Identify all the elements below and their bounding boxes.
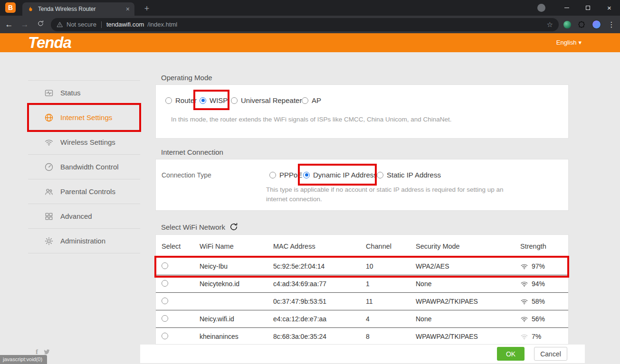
bookmark-star-icon[interactable]: ☆ bbox=[547, 20, 553, 29]
not-secure-warning-icon bbox=[57, 21, 63, 28]
sidebar-item-label: Administration bbox=[60, 237, 105, 245]
back-button[interactable]: ← bbox=[2, 20, 16, 29]
sidebar-item-status[interactable]: Status bbox=[28, 81, 140, 105]
action-footer: OK Cancel bbox=[140, 345, 585, 363]
sidebar-item-label: Wireless Settings bbox=[60, 138, 115, 146]
radio-router[interactable] bbox=[165, 97, 172, 104]
mode-option-wisp[interactable]: WISP bbox=[200, 96, 228, 104]
wifi-security: None bbox=[416, 315, 520, 323]
language-selector[interactable]: English ▾ bbox=[556, 39, 582, 46]
browser-toolbar: ← → Not secure tendawifi.com /index.html… bbox=[0, 16, 620, 33]
browser-window: B Tenda Wireless Router × + × ← → Not se… bbox=[0, 0, 620, 364]
blogger-pinned-icon[interactable]: B bbox=[5, 2, 16, 13]
close-window-button[interactable]: × bbox=[599, 0, 620, 16]
wifi-select-radio[interactable] bbox=[162, 333, 168, 339]
profile-circle-icon[interactable] bbox=[537, 4, 545, 12]
wifi-strength-icon bbox=[520, 315, 528, 323]
wifi-network-row[interactable]: Neicy.wifi.id e4:ca:12:de:e7:aa 4 None 5… bbox=[156, 310, 568, 328]
wifi-channel: 4 bbox=[366, 315, 416, 323]
internet-connection-panel: Connection Type PPPoE Dynamic IP Address… bbox=[155, 159, 569, 211]
mode-option-ap[interactable]: AP bbox=[302, 96, 321, 104]
wifi-strength-value: 97% bbox=[532, 262, 545, 270]
maximize-button[interactable] bbox=[577, 0, 599, 16]
sidebar-item-advanced[interactable]: Advanced bbox=[28, 204, 140, 229]
sidebar-item-label: Parental Controls bbox=[60, 187, 115, 196]
wifi-name: Neicytekno.id bbox=[200, 280, 273, 288]
wifi-channel: 11 bbox=[366, 298, 416, 305]
sidebar-item-internet-settings[interactable]: Internet Settings bbox=[28, 105, 140, 130]
mode-option-universal-repeater[interactable]: Universal Repeater bbox=[231, 96, 302, 104]
sidebar-item-wireless-settings[interactable]: Wireless Settings bbox=[28, 130, 140, 155]
wifi-select-radio[interactable] bbox=[162, 280, 168, 287]
operating-mode-panel: Router WISP Universal Repeater AP In thi… bbox=[155, 84, 569, 139]
wifi-network-row[interactable]: Neicy-Ibu 5c:92:5e:2f:04:14 10 WPA2/AES … bbox=[156, 258, 568, 275]
wifi-security: None bbox=[416, 280, 520, 288]
reload-button[interactable] bbox=[34, 20, 47, 29]
minimize-button[interactable] bbox=[556, 0, 577, 16]
new-tab-button[interactable]: + bbox=[141, 3, 153, 14]
cancel-button[interactable]: Cancel bbox=[534, 347, 567, 361]
col-wifi-name: WiFi Name bbox=[200, 243, 273, 250]
radio-ap[interactable] bbox=[302, 97, 308, 104]
language-label: English bbox=[556, 39, 577, 46]
sidebar-item-bandwidth-control[interactable]: Bandwidth Control bbox=[28, 155, 140, 179]
sidebar-item-administration[interactable]: Administration bbox=[28, 229, 140, 253]
wifi-list-title: Select WiFi Network bbox=[161, 223, 225, 231]
wifi-network-row[interactable]: kheinaninces 8c:68:3a:0e:35:24 8 WPAWPA2… bbox=[156, 328, 568, 345]
sidebar-item-label: Internet Settings bbox=[60, 113, 112, 121]
people-icon bbox=[44, 187, 54, 196]
col-mac-address: MAC Address bbox=[273, 243, 366, 250]
wifi-list-header: Select WiFi Network bbox=[161, 222, 238, 232]
operating-mode-title: Operating Mode bbox=[161, 74, 212, 82]
profile-avatar[interactable] bbox=[592, 20, 601, 29]
conn-option-static-ip[interactable]: Static IP Address bbox=[377, 171, 441, 179]
wifi-channel: 8 bbox=[366, 333, 416, 340]
radio-pppoe[interactable] bbox=[269, 172, 276, 178]
wifi-network-row[interactable]: Neicytekno.id c4:ad:34:69:aa:77 1 None 9… bbox=[156, 275, 568, 293]
browser-tab-strip: B Tenda Wireless Router × + × bbox=[0, 0, 620, 16]
wifi-table-header-row: Select WiFi Name MAC Address Channel Sec… bbox=[156, 235, 568, 258]
wifi-network-row[interactable]: 0c:37:47:9b:53:51 11 WPAWPA2/TKIPAES 58% bbox=[156, 293, 568, 310]
wifi-strength-icon bbox=[520, 262, 528, 271]
wifi-strength-value: 58% bbox=[532, 298, 545, 305]
wifi-security: WPA2/AES bbox=[416, 262, 520, 270]
sidebar: Status Internet Settings Wireless Settin… bbox=[28, 63, 140, 253]
tenda-logo: Tenda bbox=[28, 34, 71, 52]
radio-label: PPPoE bbox=[279, 171, 302, 179]
internet-connection-title: Internet Connection bbox=[161, 148, 223, 156]
wifi-mac: 0c:37:47:9b:53:51 bbox=[273, 298, 366, 305]
radio-universal-repeater[interactable] bbox=[231, 97, 238, 104]
address-bar[interactable]: Not secure tendawifi.com /index.html ☆ bbox=[51, 18, 559, 31]
rescan-refresh-icon[interactable] bbox=[229, 222, 238, 232]
radio-static-ip[interactable] bbox=[377, 172, 383, 178]
ok-button[interactable]: OK bbox=[497, 347, 525, 361]
tenda-favicon-icon bbox=[27, 6, 34, 13]
radio-wisp[interactable] bbox=[200, 97, 206, 104]
browser-tab[interactable]: Tenda Wireless Router × bbox=[22, 2, 134, 16]
minimize-icon bbox=[564, 8, 569, 9]
radio-label: AP bbox=[312, 96, 321, 104]
radio-label: WISP bbox=[210, 96, 228, 104]
operating-mode-description: In this mode, the router extends the WiF… bbox=[171, 115, 551, 124]
conn-option-pppoe[interactable]: PPPoE bbox=[269, 171, 302, 179]
radio-dynamic-ip[interactable] bbox=[303, 172, 310, 178]
sidebar-item-parental-controls[interactable]: Parental Controls bbox=[28, 179, 140, 204]
radio-label: Static IP Address bbox=[387, 171, 441, 179]
browser-menu-icon[interactable]: ⋮ bbox=[607, 20, 616, 29]
wifi-select-radio[interactable] bbox=[162, 262, 168, 269]
col-strength: Strength bbox=[520, 243, 568, 250]
mode-option-router[interactable]: Router bbox=[165, 96, 197, 104]
caret-down-icon: ▾ bbox=[578, 39, 582, 46]
radio-label: Dynamic IP Address bbox=[313, 171, 377, 179]
tab-close-icon[interactable]: × bbox=[126, 5, 130, 13]
security-label: Not secure bbox=[67, 21, 96, 28]
wifi-select-radio[interactable] bbox=[162, 298, 168, 304]
extension-globe-icon[interactable] bbox=[563, 21, 571, 28]
conn-option-dynamic-ip[interactable]: Dynamic IP Address bbox=[303, 171, 377, 179]
forward-button[interactable]: → bbox=[18, 20, 31, 29]
wifi-strength-value: 56% bbox=[532, 315, 545, 323]
wifi-select-radio[interactable] bbox=[162, 315, 168, 322]
gear-icon bbox=[44, 236, 54, 246]
extensions-puzzle-icon[interactable] bbox=[578, 21, 585, 28]
twitter-icon[interactable] bbox=[43, 348, 50, 355]
